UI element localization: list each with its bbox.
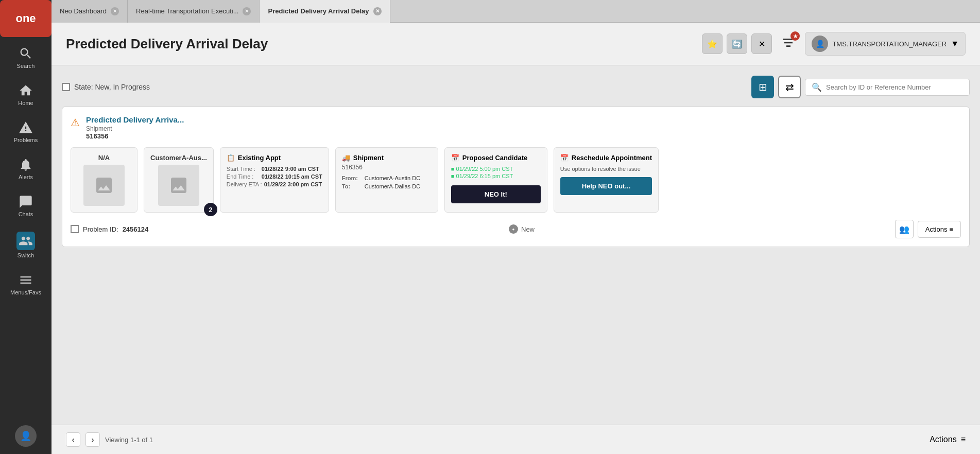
tab-close-realtime[interactable]: ✕ bbox=[243, 7, 251, 15]
actions-button[interactable]: Actions ≡ bbox=[918, 221, 961, 238]
na-image bbox=[83, 165, 125, 206]
reschedule-header: 📅 Reschedule Appointment bbox=[560, 154, 652, 162]
sidebar-item-search-label: Search bbox=[17, 63, 35, 69]
number-badge: 2 bbox=[204, 203, 217, 216]
close-button[interactable]: ✕ bbox=[751, 33, 772, 54]
from-val: CustomerA-Austin DC bbox=[365, 175, 420, 181]
bottom-menu-icon[interactable]: ≡ bbox=[961, 435, 966, 444]
content-area: State: New, In Progress ⊞ ⇄ 🔍 ⚠ Predicte… bbox=[51, 65, 980, 425]
status-dot: ● bbox=[509, 224, 518, 234]
toolbar: State: New, In Progress ⊞ ⇄ 🔍 bbox=[62, 76, 970, 98]
footer-actions: 👥 Actions ≡ bbox=[895, 220, 961, 238]
proposed-label: Proposed Candidate bbox=[462, 154, 527, 162]
actions-label: Actions bbox=[925, 225, 948, 233]
header-user[interactable]: 👤 TMS.TRANSPORTATION_MANAGER ▼ bbox=[805, 32, 966, 56]
help-neo-button[interactable]: Help NEO out... bbox=[560, 177, 652, 195]
switch-icon bbox=[16, 232, 35, 250]
header-right: ⭐ 🔄 ✕ ★ 👤 TMS.TRANSPORTATION_MANAGER ▼ bbox=[702, 32, 966, 56]
sidebar-item-home[interactable]: Home bbox=[0, 76, 51, 113]
shipment-card-header: 🚚 Shipment bbox=[342, 154, 432, 162]
from-key: From: bbox=[342, 175, 363, 181]
sidebar-item-switch-label: Switch bbox=[18, 252, 34, 258]
header-actions: ⭐ 🔄 ✕ bbox=[702, 33, 772, 54]
tab-neo-dashboard[interactable]: Neo Dashboard ✕ bbox=[51, 0, 128, 23]
existing-appt-header: 📋 Existing Appt bbox=[227, 154, 322, 162]
user-name: TMS.TRANSPORTATION_MANAGER bbox=[832, 40, 947, 48]
sidebar-item-problems-label: Problems bbox=[14, 137, 38, 143]
app-logo[interactable]: one bbox=[0, 0, 51, 37]
sidebar-item-chats[interactable]: Chats bbox=[0, 187, 51, 224]
list-view-button[interactable]: ⇄ bbox=[778, 76, 801, 98]
search-icon: 🔍 bbox=[812, 82, 822, 92]
card-row-title: Predicted Delivery Arriva... bbox=[86, 115, 184, 124]
reschedule-label: Reschedule Appointment bbox=[572, 154, 652, 162]
sidebar-item-home-label: Home bbox=[18, 100, 33, 106]
card-row: ⚠ Predicted Delivery Arriva... Shipment … bbox=[62, 107, 970, 247]
sidebar-item-search[interactable]: Search bbox=[0, 39, 51, 76]
assign-users-button[interactable]: 👥 bbox=[895, 220, 914, 238]
proposed-time1: ■ 01/29/22 5:00 pm CST bbox=[451, 166, 541, 172]
prev-page-button[interactable]: ‹ bbox=[66, 432, 80, 447]
user-avatar: 👤 bbox=[812, 36, 828, 52]
sidebar-item-switch[interactable]: Switch bbox=[0, 224, 51, 266]
user-dropdown-icon: ▼ bbox=[951, 39, 959, 48]
viewing-text: Viewing 1-1 of 1 bbox=[105, 436, 153, 444]
sidebar-item-problems[interactable]: Problems bbox=[0, 113, 51, 150]
sidebar-item-menus-label: Menus/Favs bbox=[10, 289, 41, 295]
problem-checkbox[interactable] bbox=[71, 225, 79, 233]
favorite-button[interactable]: ⭐ bbox=[702, 33, 723, 54]
search-input[interactable] bbox=[826, 83, 963, 91]
proposed-time2: ■ 01/29/22 6:15 pm CST bbox=[451, 173, 541, 179]
customer-image bbox=[158, 165, 199, 206]
na-label: N/A bbox=[98, 154, 110, 162]
delivery-eta-row: Delivery ETA : 01/29/22 3:00 pm CST bbox=[227, 181, 322, 187]
status-label: New bbox=[521, 225, 535, 233]
start-time-row: Start Time : 01/28/22 9:00 am CST bbox=[227, 166, 322, 172]
warning-icon: ⚠ bbox=[71, 116, 80, 129]
notification-badge: ★ bbox=[790, 31, 800, 41]
appt-icon: 📋 bbox=[227, 154, 235, 162]
tab-close-predicted[interactable]: ✕ bbox=[373, 7, 382, 15]
toolbar-right: ⊞ ⇄ 🔍 bbox=[751, 76, 970, 98]
tab-predicted-delay[interactable]: Predicted Delivery Arrival Delay ✕ bbox=[260, 0, 390, 23]
tabs-bar: Neo Dashboard ✕ Real-time Transportation… bbox=[51, 0, 980, 23]
status-badge: ● New bbox=[509, 224, 535, 234]
sidebar-avatar[interactable]: 👤 bbox=[0, 418, 51, 454]
notification-bell[interactable]: ★ bbox=[780, 34, 797, 53]
proposed-header: 📅 Proposed Candidate bbox=[451, 154, 541, 162]
bottom-bar: ‹ › Viewing 1-1 of 1 Actions ≡ bbox=[51, 425, 980, 454]
problem-id-label: Problem ID: bbox=[83, 225, 118, 233]
bottom-actions: Actions ≡ bbox=[930, 435, 966, 444]
sidebar: one Search Home Problems Alerts Chats Sw… bbox=[0, 0, 51, 454]
refresh-button[interactable]: 🔄 bbox=[727, 33, 747, 54]
shipment-icon: 🚚 bbox=[342, 154, 350, 162]
na-card: N/A bbox=[71, 147, 137, 213]
problem-id-val: 2456124 bbox=[123, 225, 149, 233]
page-title: Predicted Delivery Arrival Delay bbox=[66, 36, 268, 52]
bottom-actions-label: Actions bbox=[930, 435, 956, 444]
sidebar-item-alerts-label: Alerts bbox=[19, 174, 33, 180]
shipment-card: 🚚 Shipment 516356 From: CustomerA-Austin… bbox=[335, 147, 438, 213]
proposed-card: 📅 Proposed Candidate ■ 01/29/22 5:00 pm … bbox=[444, 147, 547, 213]
delivery-eta-val: 01/29/22 3:00 pm CST bbox=[264, 181, 322, 187]
main-area: Neo Dashboard ✕ Real-time Transportation… bbox=[51, 0, 980, 454]
page-header: Predicted Delivery Arrival Delay ⭐ 🔄 ✕ ★… bbox=[51, 23, 980, 65]
to-key: To: bbox=[342, 183, 363, 189]
card-row-header: ⚠ Predicted Delivery Arriva... Shipment … bbox=[71, 115, 961, 140]
state-filter: State: New, In Progress bbox=[62, 83, 150, 91]
grid-view-button[interactable]: ⊞ bbox=[751, 76, 774, 98]
card-row-footer: Problem ID: 2456124 ● New 👥 Actions ≡ bbox=[71, 220, 961, 238]
tab-realtime-transport[interactable]: Real-time Transportation Executi... ✕ bbox=[128, 0, 260, 23]
state-checkbox[interactable] bbox=[62, 83, 70, 91]
proposed-icon: 📅 bbox=[451, 154, 459, 162]
tab-close-neo-dashboard[interactable]: ✕ bbox=[111, 7, 119, 15]
next-page-button[interactable]: › bbox=[85, 432, 100, 447]
start-time-val: 01/28/22 9:00 am CST bbox=[262, 166, 319, 172]
sidebar-item-menus[interactable]: Menus/Favs bbox=[0, 266, 51, 303]
to-val: CustomerA-Dallas DC bbox=[365, 183, 420, 189]
card-row-content: N/A CustomerA-Aus... 2 📋 bbox=[71, 147, 961, 213]
neo-it-button[interactable]: NEO It! bbox=[451, 185, 541, 203]
sidebar-item-alerts[interactable]: Alerts bbox=[0, 150, 51, 187]
card-row-shipment-label: Shipment bbox=[86, 125, 184, 132]
end-time-row: End Time : 01/28/22 10:15 am CST bbox=[227, 173, 322, 180]
